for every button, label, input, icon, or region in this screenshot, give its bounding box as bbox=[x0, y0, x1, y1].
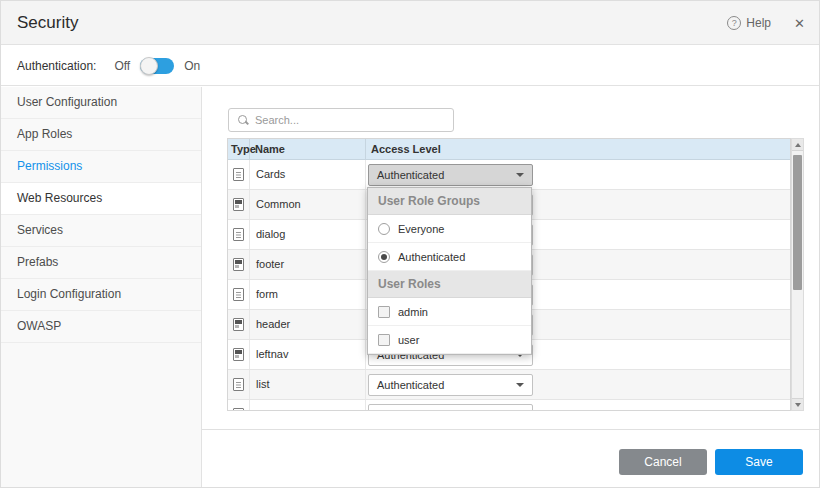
column-header-access-level: Access Level bbox=[366, 139, 790, 159]
sidebar-item-prefabs[interactable]: Prefabs bbox=[1, 247, 201, 279]
access-level-value: Authenticated bbox=[377, 409, 444, 412]
sidebar-item-label: Services bbox=[17, 223, 63, 237]
help-button[interactable]: ? Help bbox=[727, 1, 771, 45]
user-role-option[interactable]: admin bbox=[368, 298, 531, 326]
type-cell bbox=[228, 190, 250, 219]
sidebar-item-label: Web Resources bbox=[17, 191, 102, 205]
authentication-bar: Authentication: Off On bbox=[1, 46, 819, 86]
scroll-down-button[interactable] bbox=[792, 398, 803, 410]
toggle-knob bbox=[140, 57, 158, 75]
main-content: Type Name Access Level Cards Authenticat… bbox=[202, 87, 819, 487]
table-row: list Authenticated bbox=[228, 370, 790, 400]
resource-file-icon bbox=[233, 408, 244, 411]
toggle-on-label: On bbox=[184, 59, 200, 73]
security-dialog: Security ? Help ✕ Authentication: Off On… bbox=[0, 0, 820, 488]
arrow-up-icon bbox=[795, 143, 801, 147]
sidebar-item-label: User Configuration bbox=[17, 95, 117, 109]
save-button[interactable]: Save bbox=[715, 449, 803, 475]
radio-icon bbox=[378, 251, 390, 263]
group-options: Everyone Authenticated bbox=[368, 215, 531, 271]
column-header-name: Name bbox=[250, 139, 366, 159]
resource-file-icon bbox=[233, 348, 244, 361]
resource-name: leftnav bbox=[250, 340, 366, 369]
access-level-dropdown[interactable]: Authenticated bbox=[368, 164, 533, 186]
resource-file-icon bbox=[233, 168, 244, 181]
sidebar-item-label: Prefabs bbox=[17, 255, 58, 269]
arrow-down-icon bbox=[795, 403, 801, 407]
resource-file-icon bbox=[233, 198, 244, 211]
table-row: Authenticated bbox=[228, 400, 790, 411]
type-cell bbox=[228, 160, 250, 189]
role-options: admin user bbox=[368, 298, 531, 354]
access-level-dropdown[interactable]: Authenticated bbox=[368, 404, 533, 412]
page-title: Security bbox=[17, 1, 78, 45]
dialog-header: Security ? Help ✕ bbox=[1, 1, 819, 45]
resource-name: header bbox=[250, 310, 366, 339]
column-header-type: Type bbox=[228, 139, 250, 159]
resource-file-icon bbox=[233, 318, 244, 331]
checkbox-icon bbox=[378, 306, 390, 318]
option-label: admin bbox=[398, 306, 428, 318]
sidebar-item-label: Login Configuration bbox=[17, 287, 121, 301]
resource-file-icon bbox=[233, 378, 244, 391]
type-cell bbox=[228, 250, 250, 279]
scroll-up-button[interactable] bbox=[792, 139, 803, 151]
sidebar-item-owasp[interactable]: OWASP bbox=[1, 311, 201, 343]
sidebar-item-label: OWASP bbox=[17, 319, 61, 333]
access-cell: Authenticated bbox=[366, 370, 790, 399]
authentication-toggle[interactable] bbox=[140, 58, 174, 74]
sidebar-item-permissions[interactable]: Permissions bbox=[1, 151, 201, 183]
resource-file-icon bbox=[233, 288, 244, 301]
search-box bbox=[228, 108, 454, 132]
role-group-option[interactable]: Authenticated bbox=[368, 243, 531, 271]
type-cell bbox=[228, 370, 250, 399]
access-cell: Authenticated bbox=[366, 400, 790, 411]
search-input[interactable] bbox=[255, 114, 453, 126]
table-row: Cards Authenticated bbox=[228, 160, 790, 190]
type-cell bbox=[228, 400, 250, 411]
resource-name: list bbox=[250, 370, 366, 399]
type-cell bbox=[228, 310, 250, 339]
option-label: user bbox=[398, 334, 419, 346]
sidebar-item-app-roles[interactable]: App Roles bbox=[1, 119, 201, 151]
access-level-value: Authenticated bbox=[377, 169, 444, 181]
user-role-option[interactable]: user bbox=[368, 326, 531, 354]
vertical-scrollbar[interactable] bbox=[791, 138, 804, 411]
access-cell: Authenticated bbox=[366, 160, 790, 189]
resources-table: Type Name Access Level Cards Authenticat… bbox=[227, 138, 791, 411]
search-icon bbox=[237, 114, 249, 126]
footer-divider bbox=[202, 429, 819, 430]
type-cell bbox=[228, 280, 250, 309]
option-label: Everyone bbox=[398, 223, 444, 235]
option-label: Authenticated bbox=[398, 251, 465, 263]
resource-name: dialog bbox=[250, 220, 366, 249]
help-icon: ? bbox=[727, 16, 741, 30]
sidebar-item-web-resources[interactable]: Web Resources bbox=[1, 183, 201, 215]
authentication-label: Authentication: bbox=[17, 59, 96, 73]
role-group-option[interactable]: Everyone bbox=[368, 215, 531, 243]
close-icon[interactable]: ✕ bbox=[794, 1, 805, 45]
access-level-popup: User Role Groups Everyone Authenticated … bbox=[367, 187, 532, 355]
sidebar-item-user-configuration[interactable]: User Configuration bbox=[1, 87, 201, 119]
chevron-down-icon bbox=[516, 173, 524, 177]
sidebar-item-label: App Roles bbox=[17, 127, 72, 141]
resource-name: form bbox=[250, 280, 366, 309]
toggle-off-label: Off bbox=[114, 59, 130, 73]
sidebar-item-label: Permissions bbox=[17, 159, 82, 173]
footer-buttons: Cancel Save bbox=[619, 449, 803, 475]
resource-name: Cards bbox=[250, 160, 366, 189]
access-level-dropdown[interactable]: Authenticated bbox=[368, 374, 533, 396]
sidebar-item-services[interactable]: Services bbox=[1, 215, 201, 247]
type-cell bbox=[228, 340, 250, 369]
sidebar: User Configuration App Roles Permissions… bbox=[1, 87, 202, 487]
checkbox-icon bbox=[378, 334, 390, 346]
cancel-button[interactable]: Cancel bbox=[619, 449, 707, 475]
resource-name: Common bbox=[250, 190, 366, 219]
table-header: Type Name Access Level bbox=[228, 139, 790, 160]
help-label: Help bbox=[746, 16, 771, 30]
user-role-groups-header: User Role Groups bbox=[368, 188, 531, 215]
resource-name: footer bbox=[250, 250, 366, 279]
sidebar-item-login-configuration[interactable]: Login Configuration bbox=[1, 279, 201, 311]
scrollbar-thumb[interactable] bbox=[793, 155, 802, 290]
user-roles-header: User Roles bbox=[368, 271, 531, 298]
